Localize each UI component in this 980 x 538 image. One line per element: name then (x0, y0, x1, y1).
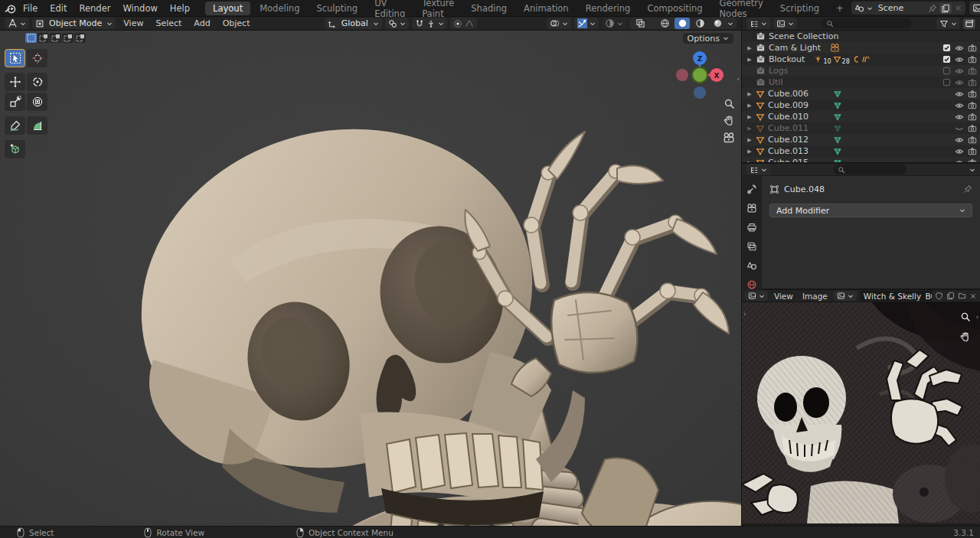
copy-image-icon[interactable] (946, 292, 955, 300)
snap-toggle-button[interactable] (415, 18, 424, 28)
outliner-filter-button[interactable] (936, 18, 960, 29)
tab-view-layer-icon[interactable] (746, 241, 757, 252)
3d-viewport[interactable]: Options (0, 31, 741, 526)
shading-wireframe-button[interactable] (657, 18, 672, 29)
shading-rendered-button[interactable] (710, 18, 725, 29)
tool-annotate[interactable] (5, 116, 25, 135)
tab-rendering[interactable]: Rendering (578, 2, 639, 15)
open-folder-icon[interactable] (958, 292, 966, 300)
outliner-row-blockout[interactable]: ▶ Blockout 10 28 (742, 54, 980, 65)
menu-render[interactable]: Render (74, 3, 117, 14)
eye-icon[interactable] (955, 158, 964, 165)
image-editor-type-button[interactable] (745, 291, 768, 301)
tool-scale[interactable] (5, 93, 25, 111)
menu-window[interactable]: Window (116, 3, 163, 14)
tab-shading[interactable]: Shading (463, 2, 514, 15)
transform-orientation-selector[interactable]: Global (325, 18, 382, 29)
proportional-falloff-button[interactable] (465, 18, 474, 28)
expand-arrow[interactable]: ▶ (746, 103, 753, 109)
menu-view[interactable]: View (771, 292, 796, 301)
show-overlays-button[interactable] (550, 18, 560, 29)
menu-add[interactable]: Add (189, 18, 214, 28)
image-browse-button[interactable] (834, 291, 857, 301)
checkbox-empty-icon[interactable] (942, 67, 951, 75)
tab-tool-icon[interactable] (746, 184, 757, 194)
editor-type-button[interactable] (5, 18, 29, 29)
outliner-search-input[interactable] (822, 18, 912, 28)
pivot-point-selector[interactable] (385, 18, 409, 29)
tool-rotate[interactable] (27, 73, 47, 91)
outliner-filter-mode[interactable] (773, 18, 797, 29)
outliner-row-cam-light[interactable]: ▶ Cam & Light (742, 42, 980, 54)
add-workspace-button[interactable]: + (828, 2, 851, 15)
checkbox-checked-icon[interactable] (942, 55, 951, 64)
tool-add-cube[interactable] (5, 140, 25, 158)
xray-material-button[interactable] (605, 18, 615, 29)
toggle-xray-button[interactable] (632, 18, 648, 29)
menu-object[interactable]: Object (218, 18, 255, 28)
shading-solid-button[interactable] (675, 18, 690, 29)
pin-icon[interactable] (963, 184, 972, 194)
menu-view[interactable]: View (119, 18, 148, 28)
tab-animation[interactable]: Animation (516, 2, 577, 15)
camera-visibility-icon[interactable] (968, 124, 977, 133)
menu-select[interactable]: Select (151, 18, 186, 28)
show-gizmo-button[interactable] (577, 18, 587, 29)
tab-scripting[interactable]: Scripting (773, 2, 827, 15)
outliner-row-cube009[interactable]: ▶ Cube.009 (742, 99, 980, 111)
properties-editor-type-button[interactable] (746, 164, 770, 175)
eye-icon[interactable] (955, 90, 964, 99)
active-object-name[interactable]: Cube.048 (784, 184, 825, 194)
chevron-down-icon[interactable] (969, 167, 975, 173)
tool-select-box[interactable] (5, 49, 25, 67)
new-scene-button[interactable] (939, 3, 952, 14)
expand-arrow[interactable]: ▶ (746, 45, 753, 51)
options-button[interactable]: Options (683, 33, 733, 44)
eye-icon[interactable] (955, 78, 964, 87)
eye-icon[interactable] (955, 112, 964, 122)
select-mode-new[interactable] (25, 33, 37, 43)
outliner-row-logs[interactable]: Logs (742, 65, 980, 77)
tab-layout[interactable]: Layout (205, 2, 250, 15)
select-mode-intersect[interactable] (74, 33, 86, 43)
eye-icon[interactable] (955, 44, 964, 53)
expand-arrow[interactable]: ▶ (746, 114, 753, 120)
blender-logo-icon[interactable] (5, 2, 17, 15)
expand-arrow[interactable]: ▶ (746, 91, 753, 97)
tab-output-icon[interactable] (746, 222, 757, 233)
outliner-row-cube006[interactable]: ▶ Cube.006 (742, 88, 980, 99)
tab-compositing[interactable]: Compositing (639, 2, 710, 15)
eye-icon[interactable] (955, 101, 964, 110)
outliner-row-cube015[interactable]: ▶ Cube.015 (742, 157, 980, 164)
camera-visibility-icon[interactable] (968, 101, 977, 110)
camera-visibility-icon[interactable] (968, 78, 977, 87)
expand-arrow[interactable]: ▶ (746, 137, 753, 143)
zoom-icon[interactable] (960, 311, 971, 322)
eye-icon[interactable] (955, 55, 964, 64)
outliner-row-cube012[interactable]: ▶ Cube.012 (742, 134, 980, 145)
outliner-row-cube011[interactable]: ▶ Cube.011 (742, 122, 980, 134)
menu-edit[interactable]: Edit (44, 3, 73, 14)
scene-name[interactable]: Scene (875, 3, 926, 13)
tab-sculpting[interactable]: Sculpting (309, 2, 365, 15)
eye-icon[interactable] (955, 135, 964, 145)
expand-arrow[interactable]: ▶ (746, 148, 753, 155)
tab-world-icon[interactable] (746, 279, 757, 290)
mode-selector[interactable]: Object Mode (32, 18, 116, 29)
checkbox-checked-icon[interactable] (942, 44, 951, 52)
menu-file[interactable]: File (17, 3, 44, 14)
expand-arrow[interactable]: ▶ (746, 126, 753, 132)
eye-closed-icon[interactable] (955, 124, 964, 133)
menu-image[interactable]: Image (799, 292, 831, 301)
expand-arrow[interactable]: ▶ (746, 57, 753, 63)
tab-scene-icon[interactable] (746, 260, 757, 271)
tool-move[interactable] (5, 73, 25, 91)
camera-visibility-icon[interactable] (968, 158, 977, 165)
select-mode-extend[interactable] (38, 33, 49, 43)
camera-visibility-icon[interactable] (968, 55, 977, 64)
viewlayer-selector[interactable]: ViewLayer (969, 2, 980, 15)
outliner-row-cube010[interactable]: ▶ Cube.010 (742, 111, 980, 122)
camera-view-icon[interactable] (723, 132, 735, 144)
add-modifier-button[interactable]: Add Modifier (769, 204, 972, 217)
fake-user-shield-icon[interactable] (935, 292, 943, 300)
